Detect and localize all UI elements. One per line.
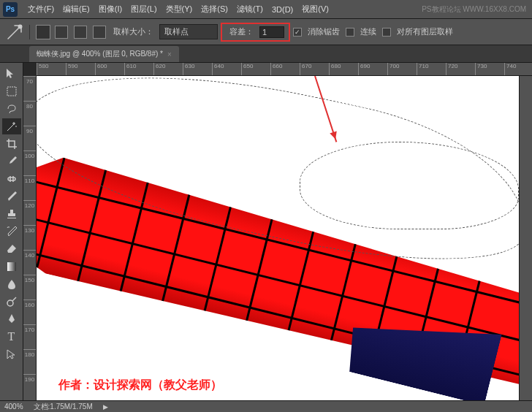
horizontal-ruler[interactable]: 5805906006106206306406506606706806907007…	[37, 63, 532, 76]
main-area: T 58059060061062063064065066067068069070…	[0, 63, 532, 400]
move-tool[interactable]	[2, 66, 21, 82]
menu-layer[interactable]: 图层(L)	[126, 4, 161, 15]
menu-edit[interactable]: 编辑(E)	[58, 4, 94, 15]
options-bar: 取样大小： 取样点 容差： ✓ 消除锯齿 连续 对所有图层取样	[0, 19, 532, 45]
document-tab[interactable]: 蜘蛛侠.jpg @ 400% (图层 0, RGB/8#) * ×	[29, 46, 179, 62]
canvas[interactable]: 作者：设计探索网（教父老师）	[37, 76, 519, 400]
sample-size-dropdown[interactable]: 取样点	[159, 24, 218, 39]
healing-tool[interactable]	[2, 171, 21, 187]
pen-tool[interactable]	[2, 311, 21, 327]
eraser-tool[interactable]	[2, 241, 21, 257]
svg-rect-1	[7, 87, 16, 96]
contiguous-label: 连续	[360, 26, 376, 37]
contiguous-checkbox[interactable]	[346, 28, 354, 37]
lasso-tool[interactable]	[2, 101, 21, 117]
all-layers-label: 对所有图层取样	[397, 26, 453, 37]
tolerance-label: 容差：	[229, 26, 254, 37]
status-bar: 400% 文档:1.75M/1.75M ▶	[0, 400, 532, 412]
brush-tool[interactable]	[2, 188, 21, 205]
canvas-area: 5805906006106206306406506606706806907007…	[23, 63, 532, 400]
dodge-tool[interactable]	[2, 294, 21, 310]
sel-mode-new[interactable]	[55, 26, 68, 39]
menu-file[interactable]: 文件(F)	[23, 4, 58, 15]
all-layers-checkbox[interactable]	[382, 28, 391, 37]
sel-mode-add[interactable]	[74, 26, 87, 39]
svg-rect-2	[8, 178, 15, 180]
antialias-checkbox[interactable]: ✓	[293, 28, 302, 37]
svg-rect-3	[7, 262, 16, 271]
menu-3d[interactable]: 3D(D)	[267, 5, 297, 14]
tools-panel: T	[0, 63, 23, 400]
antialias-label: 消除锯齿	[308, 26, 340, 37]
sel-mode-subtract[interactable]	[93, 26, 106, 39]
crop-tool[interactable]	[2, 136, 21, 152]
menu-bar: Ps 文件(F) 编辑(E) 图像(I) 图层(L) 类型(Y) 选择(S) 滤…	[0, 0, 532, 19]
menu-filter[interactable]: 滤镜(T)	[232, 4, 267, 15]
marquee-tool[interactable]	[2, 83, 21, 99]
tool-preset-icon[interactable]	[6, 23, 23, 41]
close-icon[interactable]: ×	[167, 50, 172, 58]
document-tab-bar: 蜘蛛侠.jpg @ 400% (图层 0, RGB/8#) * ×	[0, 45, 532, 63]
history-brush-tool[interactable]	[2, 224, 21, 240]
app-logo: Ps	[3, 2, 18, 17]
divider	[29, 25, 30, 39]
type-tool[interactable]: T	[2, 329, 21, 345]
selection-marquee	[300, 142, 519, 229]
stamp-tool[interactable]	[2, 206, 21, 222]
document-tab-title: 蜘蛛侠.jpg @ 400% (图层 0, RGB/8#) *	[37, 49, 163, 59]
eyedropper-tool[interactable]	[2, 153, 21, 169]
scrollbar-vertical[interactable]	[519, 76, 532, 400]
menu-select[interactable]: 选择(S)	[197, 4, 232, 15]
sample-size-label: 取样大小：	[113, 26, 153, 37]
menu-image[interactable]: 图像(I)	[94, 4, 126, 15]
svg-point-4	[7, 300, 13, 306]
watermark: PS教程论坛 WWW.16XX8.COM	[422, 4, 532, 15]
svg-point-0	[18, 25, 22, 28]
doc-size[interactable]: 文档:1.75M/1.75M	[34, 402, 93, 412]
blur-tool[interactable]	[2, 276, 21, 292]
gradient-tool[interactable]	[2, 259, 21, 275]
vertical-ruler[interactable]: 708090100110120130140150160170180190	[23, 76, 37, 400]
magic-wand-tool[interactable]	[2, 118, 21, 134]
path-tool[interactable]	[2, 346, 21, 362]
menu-type[interactable]: 类型(Y)	[162, 4, 197, 15]
tolerance-highlight: 容差：	[221, 23, 290, 42]
tolerance-input[interactable]	[259, 26, 284, 38]
menu-view[interactable]: 视图(V)	[297, 4, 333, 15]
credit-text: 作者：设计探索网（教父老师）	[58, 378, 222, 393]
zoom-level[interactable]: 400%	[4, 403, 23, 411]
sample-swatch[interactable]	[36, 25, 50, 39]
